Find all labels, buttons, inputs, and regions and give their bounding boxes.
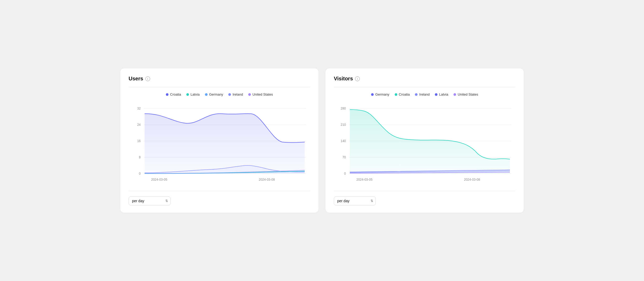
- legend-label-ireland: Ireland: [233, 92, 243, 96]
- v-legend-label-latvia: Latvia: [439, 92, 448, 96]
- svg-text:70: 70: [342, 155, 346, 159]
- visitors-title: Visitors: [334, 76, 353, 82]
- v-legend-label-croatia: Croatia: [399, 92, 410, 96]
- visitors-card-header: Visitors i: [334, 76, 515, 82]
- v-legend-dot-ireland: [415, 93, 418, 96]
- users-select-wrapper: per day per week per month ⇅: [129, 196, 171, 205]
- svg-text:2024-03-08: 2024-03-08: [259, 178, 275, 181]
- visitors-bottom-divider: [334, 191, 515, 191]
- users-info-icon[interactable]: i: [145, 76, 150, 81]
- legend-dot-croatia: [166, 93, 168, 96]
- legend-label-croatia: Croatia: [170, 92, 181, 96]
- legend-dot-latvia: [186, 93, 189, 96]
- users-bottom-divider: [129, 191, 310, 191]
- visitors-select-wrapper: per day per week per month ⇅: [334, 196, 376, 205]
- users-divider: [129, 87, 310, 87]
- svg-text:32: 32: [137, 107, 141, 110]
- svg-text:2024-03-05: 2024-03-05: [356, 178, 373, 181]
- svg-text:2024-03-05: 2024-03-05: [151, 178, 167, 181]
- visitors-period-select[interactable]: per day per week per month: [334, 196, 376, 205]
- v-legend-dot-croatia: [395, 93, 397, 96]
- legend-item-croatia: Croatia: [166, 92, 181, 96]
- v-legend-dot-us: [453, 93, 456, 96]
- v-legend-dot-germany: [371, 93, 374, 96]
- v-legend-item-croatia: Croatia: [395, 92, 410, 96]
- users-title: Users: [129, 76, 143, 82]
- dashboard: Users i Croatia Latvia Germany Ireland: [120, 68, 524, 213]
- svg-text:24: 24: [137, 123, 141, 127]
- v-legend-dot-latvia: [435, 93, 437, 96]
- croatia-area: [145, 114, 305, 174]
- svg-text:2024-03-08: 2024-03-08: [464, 178, 480, 181]
- v-legend-label-us: United States: [458, 92, 478, 96]
- svg-text:16: 16: [137, 139, 141, 143]
- legend-label-latvia: Latvia: [191, 92, 200, 96]
- legend-dot-us: [248, 93, 251, 96]
- visitors-divider: [334, 87, 515, 87]
- visitors-card: Visitors i Germany Croatia Ireland Latvi…: [325, 68, 524, 213]
- visitors-legend: Germany Croatia Ireland Latvia United St…: [334, 92, 515, 96]
- users-period-select[interactable]: per day per week per month: [129, 196, 171, 205]
- legend-item-ireland: Ireland: [228, 92, 243, 96]
- legend-label-germany: Germany: [209, 92, 223, 96]
- v-legend-label-germany: Germany: [375, 92, 389, 96]
- v-legend-item-latvia: Latvia: [435, 92, 448, 96]
- svg-text:140: 140: [341, 139, 346, 143]
- svg-text:0: 0: [139, 172, 141, 175]
- legend-item-germany: Germany: [205, 92, 223, 96]
- v-legend-item-germany: Germany: [371, 92, 389, 96]
- legend-item-us: United States: [248, 92, 273, 96]
- legend-item-latvia: Latvia: [186, 92, 200, 96]
- users-legend: Croatia Latvia Germany Ireland United St…: [129, 92, 310, 96]
- users-chart: 32 24 16 8 0 2024-03-05 2024-03-08: [129, 101, 310, 185]
- visitors-chart: 280 210 140 70 0 2024-03-05 2024-03-08: [334, 101, 515, 185]
- visitors-chart-area: 280 210 140 70 0 2024-03-05 2024-03-08: [334, 101, 515, 186]
- v-legend-item-ireland: Ireland: [415, 92, 430, 96]
- v-legend-label-ireland: Ireland: [419, 92, 430, 96]
- legend-dot-ireland: [228, 93, 231, 96]
- visitors-croatia-area: [350, 110, 510, 174]
- legend-label-us: United States: [252, 92, 273, 96]
- svg-text:210: 210: [341, 123, 346, 127]
- v-legend-item-us: United States: [453, 92, 478, 96]
- visitors-info-icon[interactable]: i: [355, 76, 360, 81]
- legend-dot-germany: [205, 93, 208, 96]
- svg-text:280: 280: [341, 107, 346, 110]
- users-card-header: Users i: [129, 76, 310, 82]
- users-card: Users i Croatia Latvia Germany Ireland: [120, 68, 319, 213]
- users-chart-area: 32 24 16 8 0 2024-03-05 2024-03-08: [129, 101, 310, 186]
- svg-text:0: 0: [344, 172, 346, 175]
- svg-text:8: 8: [139, 155, 141, 159]
